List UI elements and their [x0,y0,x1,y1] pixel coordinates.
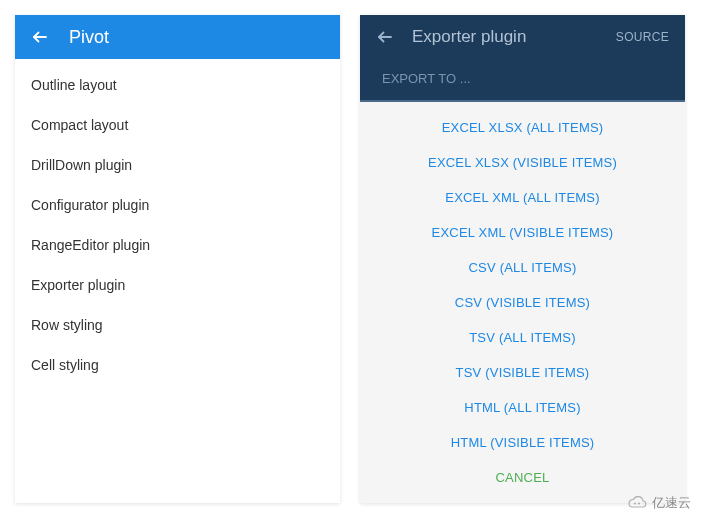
pivot-header: Pivot [15,15,340,59]
app-container: Pivot Outline layout Compact layout Dril… [0,0,705,518]
export-option[interactable]: CSV (ALL ITEMS) [360,250,685,285]
list-item[interactable]: Row styling [15,305,340,345]
watermark-text: 亿速云 [652,494,691,512]
export-option[interactable]: HTML (VISIBLE ITEMS) [360,425,685,460]
list-item[interactable]: Exporter plugin [15,265,340,305]
list-item[interactable]: Configurator plugin [15,185,340,225]
export-option[interactable]: EXCEL XLSX (VISIBLE ITEMS) [360,145,685,180]
list-item[interactable]: DrillDown plugin [15,145,340,185]
exporter-header-left: Exporter plugin [376,27,526,47]
pivot-title: Pivot [69,27,109,48]
export-option[interactable]: EXCEL XLSX (ALL ITEMS) [360,110,685,145]
pivot-list: Outline layout Compact layout DrillDown … [15,59,340,391]
svg-point-3 [638,503,640,505]
cancel-button[interactable]: CANCEL [360,460,685,495]
back-arrow-icon[interactable] [31,28,49,46]
export-option[interactable]: TSV (ALL ITEMS) [360,320,685,355]
exporter-panel: Exporter plugin SOURCE EXPORT TO ... EXC… [360,15,685,503]
export-option[interactable]: EXCEL XML (ALL ITEMS) [360,180,685,215]
export-options-list: EXCEL XLSX (ALL ITEMS) EXCEL XLSX (VISIB… [360,102,685,503]
exporter-title: Exporter plugin [412,27,526,47]
list-item[interactable]: Outline layout [15,65,340,105]
watermark: 亿速云 [626,494,691,512]
svg-point-2 [634,503,636,505]
cloud-icon [626,496,648,510]
export-option[interactable]: HTML (ALL ITEMS) [360,390,685,425]
export-option[interactable]: TSV (VISIBLE ITEMS) [360,355,685,390]
list-item[interactable]: Cell styling [15,345,340,385]
source-button[interactable]: SOURCE [616,30,669,44]
export-option[interactable]: CSV (VISIBLE ITEMS) [360,285,685,320]
export-option[interactable]: EXCEL XML (VISIBLE ITEMS) [360,215,685,250]
export-to-label: EXPORT TO ... [360,59,685,102]
list-item[interactable]: Compact layout [15,105,340,145]
back-arrow-icon[interactable] [376,28,394,46]
exporter-header: Exporter plugin SOURCE [360,15,685,59]
list-item[interactable]: RangeEditor plugin [15,225,340,265]
pivot-panel: Pivot Outline layout Compact layout Dril… [15,15,340,503]
